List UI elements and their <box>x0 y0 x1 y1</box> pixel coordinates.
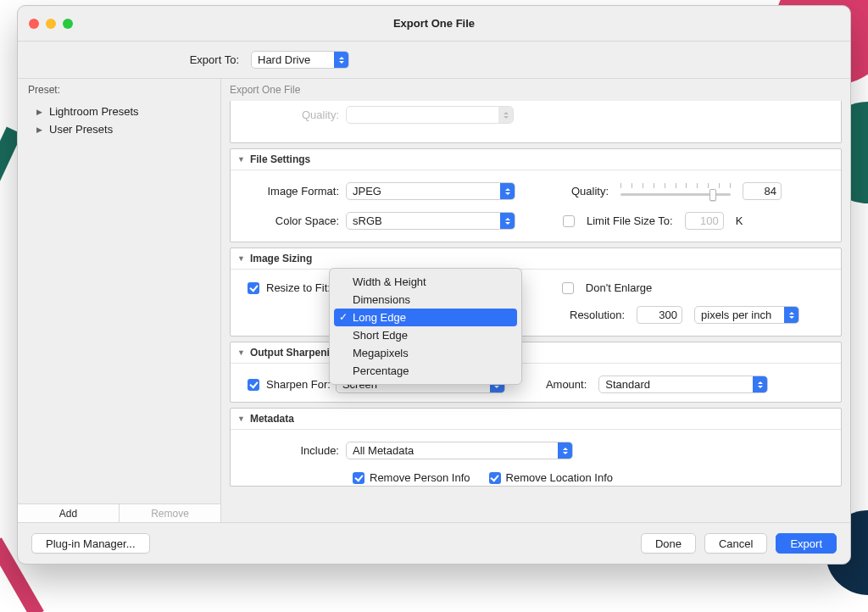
triangle-down-icon: ▼ <box>237 414 245 423</box>
plugin-manager-button[interactable]: Plug-in Manager... <box>31 533 150 554</box>
preset-folder-label: Lightroom Presets <box>49 105 139 118</box>
minimise-icon[interactable] <box>46 19 56 29</box>
panel-header-image-sizing[interactable]: ▼ Image Sizing <box>231 248 841 270</box>
panel-top-stub: Quality: <box>230 101 842 143</box>
image-format-select[interactable]: JPEG <box>346 182 515 200</box>
triangle-down-icon: ▼ <box>237 348 245 357</box>
panel-header-metadata[interactable]: ▼ Metadata <box>231 409 841 430</box>
export-to-row: Export To: Hard Drive <box>18 42 850 79</box>
panel-image-sizing: ▼ Image Sizing Resize to Fit: Don't Enla… <box>230 248 842 337</box>
remove-person-checkbox[interactable] <box>353 472 364 484</box>
amount-select[interactable]: Standard <box>598 376 768 393</box>
preset-sidebar: Preset: ▶ Lightroom Presets ▶ User Prese… <box>18 79 221 522</box>
resolution-input[interactable] <box>637 306 682 324</box>
remove-preset-button[interactable]: Remove <box>120 504 220 522</box>
main-header: Export One File <box>221 79 850 101</box>
chevron-right-icon: ▶ <box>36 125 42 134</box>
select-stepper-icon <box>753 376 767 392</box>
panel-header-output-sharpening[interactable]: ▼ Output Sharpening <box>231 342 841 364</box>
menu-item-percentage[interactable]: Percentage <box>334 362 517 380</box>
quality-input[interactable] <box>743 182 782 200</box>
export-to-label: Export To: <box>18 53 251 66</box>
color-space-label: Color Space: <box>237 214 346 227</box>
menu-item-dimensions[interactable]: Dimensions <box>334 291 517 309</box>
panel-file-settings: ▼ File Settings Image Format: JPEG <box>230 148 842 242</box>
remove-location-label: Remove Location Info <box>506 471 613 484</box>
panel-header-file-settings[interactable]: ▼ File Settings <box>231 149 841 170</box>
quality-label: Quality: <box>571 185 609 198</box>
select-stepper-icon <box>784 307 798 323</box>
menu-item-width-height[interactable]: Width & Height <box>334 273 517 291</box>
resize-to-fit-label: Resize to Fit: <box>259 281 336 294</box>
triangle-down-icon: ▼ <box>237 254 245 263</box>
settings-pane: Export One File Quality: <box>221 79 850 522</box>
window-title: Export One File <box>18 17 850 30</box>
panel-metadata: ▼ Metadata Include: All Metadata <box>230 408 842 487</box>
color-space-select[interactable]: sRGB <box>346 212 515 230</box>
resolution-label: Resolution: <box>570 309 625 321</box>
include-metadata-select[interactable]: All Metadata <box>346 442 573 459</box>
menu-item-label: Short Edge <box>353 329 408 342</box>
resize-to-fit-menu[interactable]: Width & HeightDimensions✓Long EdgeShort … <box>329 268 522 385</box>
include-label: Include: <box>237 444 346 457</box>
resize-to-fit-checkbox[interactable] <box>248 282 259 294</box>
menu-item-label: Percentage <box>353 364 409 377</box>
add-preset-button[interactable]: Add <box>18 504 120 522</box>
limit-filesize-input[interactable] <box>685 212 724 230</box>
menu-item-label: Dimensions <box>353 293 410 306</box>
select-stepper-icon <box>500 213 515 229</box>
select-stepper-icon <box>334 52 348 68</box>
preset-folder-user[interactable]: ▶ User Presets <box>18 120 220 138</box>
done-button[interactable]: Done <box>641 533 696 554</box>
chevron-right-icon: ▶ <box>36 108 42 116</box>
quality-label: Quality: <box>237 108 346 121</box>
preset-folder-lightroom[interactable]: ▶ Lightroom Presets <box>18 103 220 120</box>
menu-item-label: Long Edge <box>353 311 406 324</box>
menu-item-label: Megapixels <box>353 347 409 359</box>
triangle-down-icon: ▼ <box>237 155 245 164</box>
preset-folder-label: User Presets <box>49 123 113 136</box>
image-format-label: Image Format: <box>237 185 346 198</box>
quality-select-disabled <box>346 106 514 124</box>
amount-label: Amount: <box>546 378 587 391</box>
select-stepper-icon <box>500 183 515 199</box>
sharpen-for-checkbox[interactable] <box>248 379 259 391</box>
sharpen-for-label: Sharpen For: <box>259 378 336 391</box>
check-icon: ✓ <box>339 311 348 323</box>
preset-header: Preset: <box>18 79 220 101</box>
dont-enlarge-label: Don't Enlarge <box>586 281 652 294</box>
select-stepper-icon <box>558 442 572 459</box>
close-icon[interactable] <box>29 19 39 29</box>
remove-person-label: Remove Person Info <box>370 471 470 484</box>
resolution-unit-select[interactable]: pixels per inch <box>694 306 799 324</box>
dialog-footer: Plug-in Manager... Done Cancel Export <box>18 522 850 564</box>
quality-slider[interactable] <box>620 183 731 200</box>
menu-item-short-edge[interactable]: Short Edge <box>334 326 517 344</box>
menu-item-megapixels[interactable]: Megapixels <box>334 344 517 362</box>
export-dialog: Export One File Export To: Hard Drive Pr… <box>17 5 851 565</box>
export-button[interactable]: Export <box>776 533 837 554</box>
menu-item-label: Width & Height <box>353 275 426 288</box>
menu-item-long-edge[interactable]: ✓Long Edge <box>334 309 517 326</box>
limit-filesize-checkbox[interactable] <box>563 215 575 227</box>
export-to-select[interactable]: Hard Drive <box>251 51 349 69</box>
limit-filesize-unit: K <box>736 214 743 227</box>
titlebar: Export One File <box>18 6 850 42</box>
maximise-icon[interactable] <box>63 19 73 29</box>
remove-location-checkbox[interactable] <box>489 472 501 484</box>
cancel-button[interactable]: Cancel <box>704 533 767 554</box>
dont-enlarge-checkbox[interactable] <box>562 282 574 294</box>
limit-filesize-label: Limit File Size To: <box>587 214 673 227</box>
panel-output-sharpening: ▼ Output Sharpening Sharpen For: Screen <box>230 342 842 403</box>
